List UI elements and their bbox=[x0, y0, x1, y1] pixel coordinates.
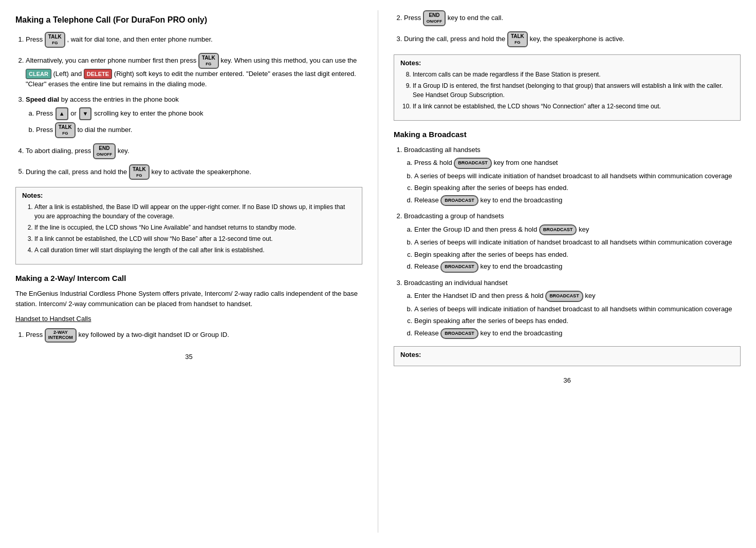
right-notes-title: Notes: bbox=[400, 59, 734, 67]
step3-sub-a: Press ▲ or ▼ scrolling key to enter the … bbox=[36, 107, 362, 120]
b3a-before: Enter the Handset ID and then press & ho… bbox=[414, 292, 544, 299]
b3-sub-b: A series of beeps will indicate initiati… bbox=[414, 304, 741, 314]
left-note-1: After a link is established, the Base ID… bbox=[34, 202, 356, 221]
left-page-number: 35 bbox=[15, 353, 362, 361]
b2d-after: key to end the broadcasting bbox=[480, 262, 562, 270]
b3a-after: key bbox=[585, 292, 595, 299]
b3-sub-c: Begin speaking after the series of beeps… bbox=[414, 316, 741, 326]
step2-clear-key: CLEAR bbox=[26, 69, 51, 80]
step3-sub-b: Press TALKFG to dial the number. bbox=[36, 122, 362, 138]
left-steps-list: Press TALKFG , wait for dial tone, and t… bbox=[15, 32, 362, 180]
b2a-broadcast-key: BROADCAST bbox=[539, 224, 577, 236]
step3b-before: Press bbox=[36, 126, 55, 134]
b2a-before: Enter the Group ID and then press & hold bbox=[414, 225, 537, 233]
b2d-before: Release bbox=[414, 262, 439, 270]
step3b-talk-key: TALKFG bbox=[55, 122, 76, 138]
b1-sub-d: Release BROADCAST key to end the broadca… bbox=[414, 195, 741, 206]
b2-sub-a: Enter the Group ID and then press & hold… bbox=[414, 224, 741, 236]
step2-text2: key. When using this method, you can use… bbox=[220, 56, 357, 64]
b3d-after: key to end the broadcasting bbox=[480, 329, 562, 337]
b3d-broadcast-key: BROADCAST bbox=[440, 328, 478, 339]
step3a-mid: or bbox=[70, 109, 78, 117]
b1d-after: key to end the broadcasting bbox=[480, 196, 562, 204]
right-notes2-title: Notes: bbox=[400, 351, 734, 358]
s2step1-before: Press bbox=[26, 331, 43, 338]
step-4: To abort dialing, press ENDON/OFF key. bbox=[26, 143, 362, 159]
right-step2-before: Press bbox=[404, 14, 421, 22]
b1d-broadcast-key: BROADCAST bbox=[440, 195, 478, 206]
step3a-before: Press bbox=[36, 109, 55, 117]
broadcast-step2-sub: Enter the Group ID and then press & hold… bbox=[404, 224, 741, 273]
step2-talk-key: TALKFG bbox=[198, 53, 219, 69]
left-title: Making a Telephone Call (For DuraFon PRO… bbox=[15, 15, 362, 25]
right-page-number: 36 bbox=[394, 376, 741, 384]
b2-sub-b: A series of beeps will indicate initiati… bbox=[414, 237, 741, 248]
broadcast-step1-label: Broadcasting all handsets bbox=[404, 146, 481, 154]
step3a-after: scrolling key to enter the phone book bbox=[94, 109, 203, 117]
step5-after: key to activate the speakerphone. bbox=[151, 167, 251, 175]
broadcast-step1-sub: Press & hold BROADCAST key from one hand… bbox=[404, 158, 741, 206]
right-step3-talk-key: TALKFG bbox=[507, 31, 528, 47]
b1a-broadcast-key: BROADCAST bbox=[454, 158, 492, 169]
section2-steps: Press 2-WAYINTERCOM key followed by a tw… bbox=[15, 328, 362, 343]
b3a-broadcast-key: BROADCAST bbox=[545, 291, 583, 302]
step1-text-after: , wait for dial tone, and then enter pho… bbox=[67, 35, 212, 43]
right-note-8: Intercom calls can be made regardless if… bbox=[413, 70, 734, 79]
step3a-up-key: ▲ bbox=[56, 107, 68, 120]
b1a-before: Press & hold bbox=[414, 159, 452, 166]
section2-sub: Handset to Handset Calls bbox=[15, 314, 362, 324]
step2-delete-key: DELETE bbox=[84, 69, 112, 80]
s2step1-2way-key: 2-WAYINTERCOM bbox=[45, 328, 77, 343]
right-step3-before: During the call, press and hold the bbox=[404, 35, 505, 43]
step5-talk-key: TALKFG bbox=[129, 164, 150, 180]
right-notes-box: Notes: Intercom calls can be made regard… bbox=[394, 54, 741, 121]
left-notes-list: After a link is established, the Base ID… bbox=[22, 202, 356, 255]
step-2: Alternatively, you can enter phone numbe… bbox=[26, 53, 362, 89]
broadcast-step3-label: Broadcasting an individual handset bbox=[404, 279, 508, 287]
step3b-after: to dial the number. bbox=[77, 126, 132, 134]
right-step3-after: key, the speakerphone is active. bbox=[529, 35, 624, 43]
step3-text: by access the entries in the phone book bbox=[61, 96, 179, 103]
right-note-10: If a link cannot be established, the LCD… bbox=[413, 102, 734, 111]
right-top-steps: Press ENDON/OFF key to end the call. Dur… bbox=[394, 10, 741, 47]
step3a-down-key: ▼ bbox=[79, 107, 92, 120]
b1d-before: Release bbox=[414, 196, 439, 204]
step3-label: Speed dial bbox=[26, 96, 59, 103]
b1-sub-b: A series of beeps will indicate initiati… bbox=[414, 171, 741, 181]
section2-title: Making a 2-Way/ Intercom Call bbox=[15, 274, 362, 282]
broadcast-steps-list: Broadcasting all handsets Press & hold B… bbox=[394, 145, 741, 339]
right-step2-after: key to end the call. bbox=[448, 14, 503, 22]
step3-sub-list: Press ▲ or ▼ scrolling key to enter the … bbox=[26, 107, 362, 138]
step2-text3: (Left) and bbox=[53, 70, 84, 78]
broadcast-step1: Broadcasting all handsets Press & hold B… bbox=[404, 145, 741, 206]
left-note-3: If a link cannot be established, the LCD… bbox=[34, 234, 356, 243]
page-container: Making a Telephone Call (For DuraFon PRO… bbox=[0, 0, 756, 548]
step1-talk-key: TALKFG bbox=[45, 32, 65, 48]
s2step1-after: key followed by a two-digit handset ID o… bbox=[78, 331, 229, 338]
step4-before: To abort dialing, press bbox=[26, 147, 93, 155]
b2-sub-d: Release BROADCAST key to end the broadca… bbox=[414, 261, 741, 273]
broadcast-title: Making a Broadcast bbox=[394, 130, 741, 139]
left-column: Making a Telephone Call (For DuraFon PRO… bbox=[15, 10, 378, 533]
b1a-after: key from one handset bbox=[493, 159, 558, 166]
broadcast-step2: Broadcasting a group of handsets Enter t… bbox=[404, 211, 741, 273]
right-notes-list: Intercom calls can be made regardless if… bbox=[400, 70, 734, 111]
broadcast-step3-sub: Enter the Handset ID and then press & ho… bbox=[404, 291, 741, 339]
step-5: During the call, press and hold the TALK… bbox=[26, 164, 362, 180]
step5-before: During the call, press and hold the bbox=[26, 167, 129, 175]
b3d-before: Release bbox=[414, 329, 439, 337]
broadcast-step3: Broadcasting an individual handset Enter… bbox=[404, 278, 741, 339]
right-step2-end-key: ENDON/OFF bbox=[423, 10, 446, 26]
right-notes2-box: Notes: bbox=[394, 346, 741, 366]
b2d-broadcast-key: BROADCAST bbox=[440, 261, 478, 273]
left-note-4: A call duration timer will start display… bbox=[34, 245, 356, 255]
b2-sub-c: Begin speaking after the series of beeps… bbox=[414, 250, 741, 260]
step1-text-before: Press bbox=[26, 35, 43, 43]
right-column: Press ENDON/OFF key to end the call. Dur… bbox=[378, 10, 741, 533]
step4-end-key: ENDON/OFF bbox=[93, 143, 116, 159]
left-notes-box: Notes: After a link is established, the … bbox=[15, 187, 362, 264]
b3-sub-d: Release BROADCAST key to end the broadca… bbox=[414, 328, 741, 339]
b1-sub-c: Begin speaking after the series of beeps… bbox=[414, 183, 741, 193]
b3-sub-a: Enter the Handset ID and then press & ho… bbox=[414, 291, 741, 302]
step2-text1: Alternatively, you can enter phone numbe… bbox=[26, 56, 198, 64]
